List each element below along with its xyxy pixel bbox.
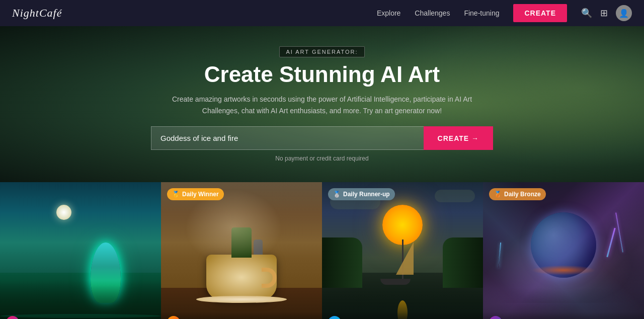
grid-icon[interactable]: ⊞: [600, 8, 608, 19]
runner-medal-icon: 🥈: [333, 191, 341, 198]
user-avatar-3: [328, 316, 341, 319]
user-avatar-2: [167, 316, 180, 319]
hero-title: Create Stunning AI Art: [151, 62, 493, 87]
hero-badge: AI ART GENERATOR:: [279, 46, 364, 57]
logo[interactable]: NightCafé: [12, 7, 62, 20]
gallery-card-4[interactable]: 🥉 Daily Bronze ♥ 5429 💬 572: [483, 182, 644, 319]
moon-decoration: [56, 205, 71, 220]
nav-challenges[interactable]: Challenges: [415, 9, 450, 17]
bronze-medal-icon: 🥉: [494, 191, 502, 198]
card-stats-4: ♥ 5429 💬 572: [483, 312, 644, 319]
card-stats-3: ♥ 5660 💬 593 🖼 3: [322, 312, 483, 319]
nav-links: Explore Challenges Fine-tuning CREATE 🔍 …: [377, 4, 632, 22]
user-avatar-4: [489, 316, 502, 319]
hero-create-button[interactable]: CREATE →: [424, 126, 493, 150]
card-stats-2: ♥ 5865 💬 394 🖼 4: [161, 312, 322, 319]
prompt-input[interactable]: [151, 126, 424, 150]
nav-create-button[interactable]: CREATE: [513, 4, 567, 22]
user-avatar-1: [6, 316, 19, 319]
badge-bronze: 🥉 Daily Bronze: [489, 188, 546, 200]
gallery-card-2[interactable]: 🥇 Daily Winner ♥ 5865 💬 394 🖼 4: [161, 182, 322, 319]
hero-input-row: CREATE →: [151, 126, 493, 150]
hero-section: AI ART GENERATOR: Create Stunning AI Art…: [0, 26, 644, 182]
hero-content: AI ART GENERATOR: Create Stunning AI Art…: [151, 46, 493, 162]
runner-label: Daily Runner-up: [343, 191, 390, 198]
badge-winner: 🥇 Daily Winner: [167, 188, 224, 200]
gallery-grid: ♥ 6134 💬 357 🥇 Daily Winne: [0, 182, 644, 319]
avatar[interactable]: 👤: [616, 5, 632, 21]
badge-runner: 🥈 Daily Runner-up: [328, 188, 395, 200]
winner-label: Daily Winner: [182, 191, 219, 198]
navbar: NightCafé Explore Challenges Fine-tuning…: [0, 0, 644, 26]
gallery-card-3[interactable]: 🥈 Daily Runner-up ♥ 5660 💬 593 🖼 3: [322, 182, 483, 319]
nav-explore[interactable]: Explore: [377, 9, 400, 17]
bronze-label: Daily Bronze: [504, 191, 541, 198]
hero-note: No payment or credit card required: [151, 155, 493, 162]
search-icon[interactable]: 🔍: [581, 8, 592, 19]
winner-medal-icon: 🥇: [172, 191, 180, 198]
moon-gold: [382, 205, 423, 245]
gallery-card-1[interactable]: ♥ 6134 💬 357: [0, 182, 161, 319]
hero-subtitle: Create amazing artworks in seconds using…: [171, 94, 473, 116]
nav-icons: 🔍 ⊞ 👤: [581, 5, 632, 21]
nav-fine-tuning[interactable]: Fine-tuning: [464, 9, 499, 17]
card-stats-1: ♥ 6134 💬 357: [0, 312, 161, 319]
